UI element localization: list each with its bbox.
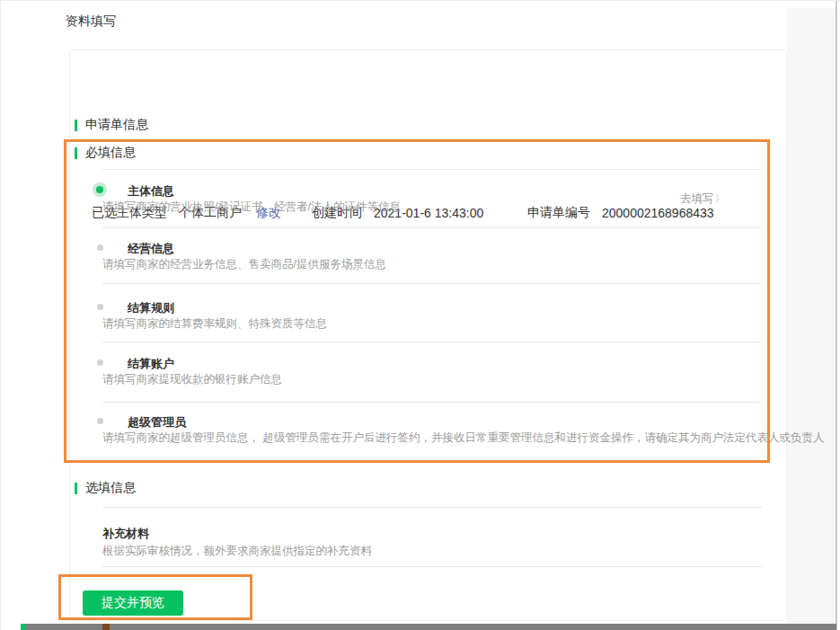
section-title: 选填信息 — [85, 480, 136, 496]
application-no-value: 2000002168968433 — [602, 206, 714, 220]
page-title: 资料填写 — [66, 13, 116, 30]
required-item-title: 结算账户 — [128, 356, 174, 372]
radio-selected-icon — [93, 182, 107, 197]
right-edge-line — [836, 1, 837, 630]
required-item-desc: 请填写商家的营业执照/登记证书、经营者/法人的证件等信息 — [102, 200, 401, 215]
section-optional-info: 选填信息 — [75, 481, 136, 495]
radio-unselected-icon — [97, 359, 103, 366]
required-item-title: 主体信息 — [128, 183, 174, 200]
divider — [102, 566, 763, 567]
required-item-desc: 请填写商家的结算费率规则、特殊资质等信息 — [102, 316, 327, 332]
section-title: 必填信息 — [85, 145, 136, 161]
radio-unselected-icon — [97, 244, 103, 251]
optional-item-desc: 根据实际审核情况，额外要求商家提供指定的补充资料 — [102, 544, 372, 559]
section-accent-bar — [75, 147, 77, 159]
bottom-window-strip — [21, 624, 836, 630]
section-application-info: 申请单信息 — [75, 118, 148, 132]
bottom-strip-green-sliver — [21, 624, 25, 630]
required-item-desc: 请填写商家提现收款的银行账户信息 — [102, 372, 282, 387]
divider — [102, 507, 763, 508]
divider — [102, 283, 763, 284]
section-accent-bar — [75, 483, 77, 494]
right-gutter — [787, 8, 836, 630]
application-no-group: 申请单编号 2000002168968433 — [527, 205, 714, 221]
required-item-title: 结算规则 — [128, 300, 174, 316]
bottom-strip-notch — [102, 624, 110, 630]
required-item-desc: 请填写商家的超级管理员信息， 超级管理员需在开户后进行签约，并接收日常重要管理信… — [102, 430, 824, 446]
go-fill-label: 去填写 — [680, 192, 714, 205]
divider — [102, 402, 763, 403]
form-fill-page: 资料填写 申请单信息 已选主体类型 个体工商户 修改 创建时间 2021-01-… — [0, 0, 840, 630]
radio-unselected-icon — [97, 304, 103, 310]
divider — [102, 169, 763, 170]
divider — [102, 342, 763, 342]
application-no-label: 申请单编号 — [527, 205, 590, 221]
required-item-title: 超级管理员 — [128, 414, 186, 430]
submit-preview-button[interactable]: 提交并预览 — [83, 590, 183, 616]
section-required-info: 必填信息 — [75, 146, 136, 160]
required-item-desc: 请填写商家的经营业务信息、售卖商品/提供服务场景信息 — [102, 257, 386, 272]
required-item-title: 经营信息 — [128, 241, 174, 257]
section-accent-bar — [75, 120, 77, 131]
section-title: 申请单信息 — [85, 117, 148, 133]
radio-unselected-icon — [97, 418, 103, 424]
optional-item-title: 补充材料 — [102, 526, 149, 542]
go-fill-link[interactable]: 去填写〉 — [680, 191, 726, 207]
divider — [102, 227, 763, 228]
form-card: 申请单信息 已选主体类型 个体工商户 修改 创建时间 2021-01-6 13:… — [69, 49, 787, 621]
chevron-right-icon: 〉 — [715, 192, 726, 205]
